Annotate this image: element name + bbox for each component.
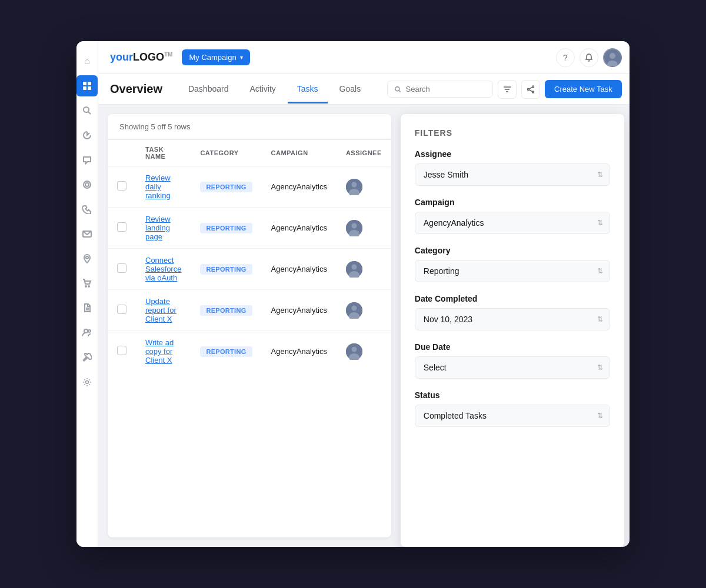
category-badge-2: REPORTING	[200, 264, 252, 275]
table-row: Update report for Client X REPORTING Age…	[108, 290, 391, 331]
svg-rect-3	[88, 86, 91, 90]
filter-label-date-completed-filter: Date Completed	[415, 294, 610, 303]
svg-point-14	[84, 329, 88, 333]
svg-point-11	[88, 286, 89, 287]
app-window: ⌂	[76, 41, 630, 547]
svg-point-20	[395, 86, 399, 91]
tasks-panel-header: Showing 5 off 5 rows	[108, 114, 391, 140]
email-icon[interactable]	[76, 223, 98, 245]
task-name-0[interactable]: Review daily ranking	[145, 173, 171, 200]
filter-select-wrapper-due-date-filter: SelectTodayThis WeekThis Month	[415, 356, 610, 379]
task-name-4[interactable]: Write ad copy for Client X	[145, 338, 174, 365]
campaign-text-2: AgencyAnalytics	[271, 265, 327, 273]
category-badge-3: REPORTING	[200, 305, 252, 316]
assignee-avatar-3	[346, 302, 362, 319]
search-icon[interactable]	[76, 100, 98, 121]
search-box	[387, 81, 493, 98]
task-name-3[interactable]: Update report for Client X	[145, 297, 176, 323]
col-campaign: CAMPAIGN	[262, 140, 337, 166]
col-task-name: TASK NAME	[136, 140, 191, 166]
search-icon	[395, 86, 401, 93]
task-checkbox-3[interactable]	[117, 305, 126, 314]
help-button[interactable]: ?	[556, 48, 575, 67]
tab-activity[interactable]: Activity	[240, 76, 285, 103]
table-row: Review daily ranking REPORTING AgencyAna…	[108, 166, 391, 208]
date-completed-filter[interactable]: Nov 10, 2023Select Date	[415, 308, 610, 330]
task-checkbox-4[interactable]	[117, 346, 126, 355]
logo: yourLOGOTM	[110, 51, 172, 64]
sidebar-narrow: ⌂	[76, 41, 98, 547]
document-icon[interactable]	[76, 298, 98, 319]
phone-icon[interactable]	[76, 199, 98, 220]
filter-group-status-filter: StatusCompleted TasksAll TasksPending Ta…	[415, 390, 610, 427]
help-icon: ?	[563, 53, 568, 62]
logo-text: your	[110, 51, 133, 63]
status-filter[interactable]: Completed TasksAll TasksPending Tasks	[415, 405, 610, 427]
target-icon[interactable]	[76, 174, 98, 195]
task-name-2[interactable]: Connect Salesforce via oAuth	[145, 256, 181, 282]
svg-rect-2	[83, 86, 86, 90]
filter-label-category-filter: Category	[415, 246, 610, 255]
svg-point-34	[351, 223, 357, 228]
filter-select-wrapper-assignee-filter: Jesse SmithAll Assignees	[415, 163, 610, 186]
svg-line-5	[88, 112, 91, 114]
filter-select-wrapper-category-filter: ReportingAll Categories	[415, 260, 610, 282]
filter-label-due-date-filter: Due Date	[415, 342, 610, 352]
filter-select-wrapper-date-completed-filter: Nov 10, 2023Select Date	[415, 308, 610, 330]
cart-icon[interactable]	[76, 273, 98, 294]
filter-icon-button[interactable]	[498, 80, 517, 99]
task-checkbox-1[interactable]	[117, 222, 126, 232]
filter-group-date-completed-filter: Date CompletedNov 10, 2023Select Date	[415, 294, 610, 330]
svg-point-7	[85, 183, 89, 186]
filter-select-wrapper-status-filter: Completed TasksAll TasksPending Tasks	[415, 405, 610, 427]
apps-icon[interactable]	[76, 75, 98, 96]
svg-rect-0	[83, 82, 86, 85]
svg-point-26	[532, 91, 534, 93]
tab-dashboard[interactable]: Dashboard	[179, 76, 238, 103]
top-bar-right: ?	[556, 48, 622, 67]
campaign-button[interactable]: My Campaign ▾	[182, 49, 249, 65]
share-icon-button[interactable]	[521, 80, 540, 99]
filter-label-assignee-filter: Assignee	[415, 149, 610, 159]
tab-tasks[interactable]: Tasks	[288, 76, 328, 103]
chevron-down-icon: ▾	[240, 54, 243, 61]
svg-rect-1	[88, 82, 91, 85]
task-name-1[interactable]: Review landing page	[145, 215, 171, 241]
assignee-avatar-1	[346, 220, 362, 236]
home-icon[interactable]: ⌂	[76, 51, 98, 72]
content-area: Showing 5 off 5 rows TASK NAME CATEGORY …	[98, 105, 630, 547]
due-date-filter[interactable]: SelectTodayThis WeekThis Month	[415, 356, 610, 379]
filter-group-due-date-filter: Due DateSelectTodayThis WeekThis Month	[415, 342, 610, 379]
campaign-text-0: AgencyAnalytics	[271, 182, 327, 191]
nav-tabs-bar: Overview Dashboard Activity Tasks Goals	[98, 74, 630, 105]
tools-icon[interactable]	[76, 347, 98, 368]
user-avatar[interactable]	[603, 48, 622, 67]
location-icon[interactable]	[76, 248, 98, 269]
search-input[interactable]	[406, 85, 485, 93]
task-checkbox-0[interactable]	[117, 181, 126, 191]
category-badge-1: REPORTING	[200, 223, 252, 233]
notifications-button[interactable]	[580, 48, 598, 67]
assignee-filter[interactable]: Jesse SmithAll Assignees	[415, 163, 610, 186]
task-checkbox-2[interactable]	[117, 263, 126, 273]
svg-line-28	[529, 87, 532, 89]
settings-icon[interactable]	[76, 372, 98, 393]
campaign-text-3: AgencyAnalytics	[271, 306, 327, 315]
create-task-button[interactable]: Create New Task	[545, 80, 622, 98]
svg-point-18	[610, 53, 615, 59]
campaign-filter[interactable]: AgencyAnalyticsAll Campaigns	[415, 212, 610, 234]
showing-text: Showing 5 off 5 rows	[119, 122, 190, 131]
people-icon[interactable]	[76, 322, 98, 343]
assignee-avatar-2	[346, 261, 362, 278]
col-category: CATEGORY	[191, 140, 261, 166]
category-filter[interactable]: ReportingAll Categories	[415, 260, 610, 282]
svg-point-4	[84, 107, 89, 112]
main-area: yourLOGOTM My Campaign ▾ ?	[98, 41, 630, 547]
logo-bold: LOGO	[133, 51, 164, 63]
table-row: Connect Salesforce via oAuth REPORTING A…	[108, 249, 391, 290]
chart-icon[interactable]	[76, 125, 98, 146]
assignee-avatar-0	[346, 179, 362, 195]
filters-panel: FILTERS AssigneeJesse SmithAll Assignees…	[401, 114, 624, 547]
tab-goals[interactable]: Goals	[330, 76, 371, 103]
chat-icon[interactable]	[76, 149, 98, 171]
